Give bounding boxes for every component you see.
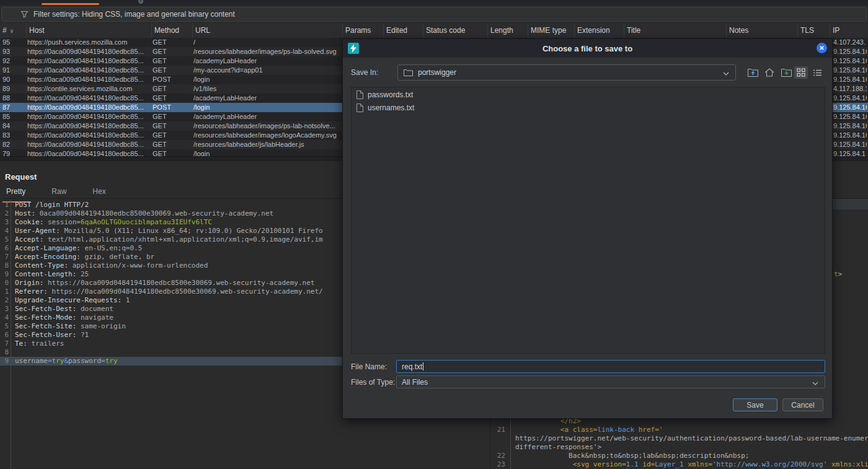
cell-ip: 9.125.84.1 xyxy=(833,149,867,156)
header-cell-edited[interactable]: Edited xyxy=(383,24,423,38)
cell-num: 89 xyxy=(2,84,25,94)
line-content: Sec-Fetch-User: ?1 xyxy=(15,331,89,340)
files-of-type-select[interactable]: All Files xyxy=(396,375,825,388)
cell-method: GET xyxy=(153,94,192,103)
cell-num: 83 xyxy=(2,131,25,140)
line-content: Accept-Encoding: gzip, deflate, br xyxy=(15,253,154,261)
cell-url: / xyxy=(193,38,341,47)
filter-funnel-icon xyxy=(20,11,29,19)
cell-num: 79 xyxy=(2,149,25,156)
header-cell-status-code[interactable]: Status code xyxy=(423,24,487,38)
cell-ip: 4.107.243. xyxy=(833,38,867,47)
dialog-title: Choose a file to save to xyxy=(343,44,832,53)
line-number: 21 xyxy=(493,426,505,434)
cell-method: GET xyxy=(153,56,192,66)
line-number: 4 xyxy=(0,313,9,322)
header-cell-method[interactable]: Method xyxy=(151,24,192,38)
new-folder-button[interactable] xyxy=(779,66,793,79)
cell-host: https://0aca009d0484194180edbc85... xyxy=(27,56,151,66)
header-cell-length[interactable]: Length xyxy=(487,24,528,38)
header-cell-title[interactable]: Title xyxy=(624,24,726,38)
file-list[interactable]: passwords.txtusernames.txt xyxy=(351,87,825,354)
up-folder-button[interactable] xyxy=(746,66,760,79)
cell-method: POST xyxy=(153,75,192,84)
files-of-type-label: Files of Type: xyxy=(351,378,395,387)
save-file-dialog: Choose a file to save to ✕ Save In: port… xyxy=(342,38,833,419)
response-editor[interactable]: </h2>21 <a class=link-back href='https:/… xyxy=(490,416,868,469)
line-number: 9 xyxy=(0,270,9,279)
save-in-combo[interactable]: portswigger xyxy=(397,64,736,81)
line-content: Cookie: session=6qaAoOLTGOuociblmpatau3I… xyxy=(15,218,212,227)
line-content: Referer: https://0aca009d0484194180edbc8… xyxy=(15,287,323,296)
file-item-label: usernames.txt xyxy=(368,103,414,112)
text-caret xyxy=(423,362,423,370)
cell-host: https://0aca009d0484194180edbc85... xyxy=(27,140,151,149)
line-content: Sec-Fetch-Site: same-origin xyxy=(15,322,126,331)
header-cell-tls[interactable]: TLS xyxy=(797,24,830,38)
cell-url: /academyLabHeader xyxy=(193,94,341,103)
tab-pretty[interactable]: Pretty xyxy=(6,187,25,199)
line-number: 9 xyxy=(0,357,9,366)
file-item[interactable]: usernames.txt xyxy=(356,102,825,113)
tab-raw[interactable]: Raw xyxy=(51,187,66,199)
combo-chevron-icon xyxy=(723,67,729,78)
header-cell-#[interactable]: #∨ xyxy=(0,24,26,38)
active-tab-underline xyxy=(42,3,99,5)
header-cell-mime-type[interactable]: MIME type xyxy=(528,24,574,38)
header-cell-host[interactable]: Host xyxy=(26,24,151,38)
cell-method: GET xyxy=(153,121,192,131)
header-cell-notes[interactable]: Notes xyxy=(726,24,797,38)
cell-num: 95 xyxy=(2,38,25,47)
save-in-label: Save In: xyxy=(351,68,378,77)
home-icon xyxy=(764,68,774,77)
cell-url: /academyLabHeader xyxy=(193,56,341,66)
header-cell-ip[interactable]: IP xyxy=(830,24,868,38)
sort-chevron-icon: ∨ xyxy=(10,28,14,34)
cell-host: https://0aca009d0484194180edbc85... xyxy=(27,112,151,121)
new-folder-icon xyxy=(781,68,792,77)
header-cell-url[interactable]: URL xyxy=(192,24,342,38)
cell-ip: 9.125.84.16 xyxy=(833,94,867,103)
header-cell-params[interactable]: Params xyxy=(342,24,383,38)
home-button[interactable] xyxy=(763,66,776,79)
filter-settings-bar[interactable]: Filter settings: Hiding CSS, image and g… xyxy=(1,7,867,22)
cell-ip: 4.117.188.1 xyxy=(833,84,867,94)
cell-url: /resources/labheader/js/labHeader.js xyxy=(193,140,341,149)
line-content: Host: 0aca009d0484194180edbc8500e30069.w… xyxy=(15,209,273,218)
list-view-icon xyxy=(813,69,822,77)
file-name-value: req.txt xyxy=(402,362,422,371)
line-number: 6 xyxy=(0,244,9,253)
line-content: Upgrade-Insecure-Requests: 1 xyxy=(15,296,130,305)
cell-num: 85 xyxy=(2,112,25,121)
header-cell-extension[interactable]: Extension xyxy=(574,24,624,38)
close-button[interactable]: ✕ xyxy=(817,43,827,53)
folder-icon xyxy=(404,69,413,76)
cell-method: GET xyxy=(153,66,192,75)
file-item[interactable]: passwords.txt xyxy=(356,89,825,100)
list-view-button[interactable] xyxy=(810,66,824,79)
cell-url: /login xyxy=(193,149,341,156)
line-number: 22 xyxy=(493,452,505,460)
line-number: 3 xyxy=(0,218,9,227)
line-content: Content-Length: 25 xyxy=(15,270,89,279)
filter-settings-text: Filter settings: Hiding CSS, image and g… xyxy=(33,10,235,19)
cell-num: 92 xyxy=(2,56,25,66)
line-content: username=try&password=try xyxy=(15,357,118,366)
cell-ip: 9.125.84.16 xyxy=(833,47,867,56)
file-name-input[interactable]: req.txt xyxy=(396,360,825,373)
line-content: Back&nbsp;to&nbsp;lab&nbsp;description&n… xyxy=(515,452,750,460)
cell-method: GET xyxy=(153,38,192,47)
cell-method: GET xyxy=(153,140,192,149)
cell-ip: 9.125.84.16 xyxy=(833,140,867,149)
line-number: 7 xyxy=(0,340,9,348)
files-of-type-value: All Files xyxy=(402,378,428,387)
top-tab-bar[interactable]: ⚙ xyxy=(0,0,868,6)
cell-num: 87 xyxy=(2,103,25,112)
dialog-title-bar[interactable]: Choose a file to save to ✕ xyxy=(343,39,832,58)
table-header-row[interactable]: #∨HostMethodURLParamsEditedStatus codeLe… xyxy=(0,24,868,38)
cell-method: GET xyxy=(153,149,192,156)
cancel-button[interactable]: Cancel xyxy=(782,398,823,411)
grid-view-button[interactable] xyxy=(794,66,808,79)
tab-hex[interactable]: Hex xyxy=(92,187,105,199)
save-button[interactable]: Save xyxy=(733,398,777,411)
